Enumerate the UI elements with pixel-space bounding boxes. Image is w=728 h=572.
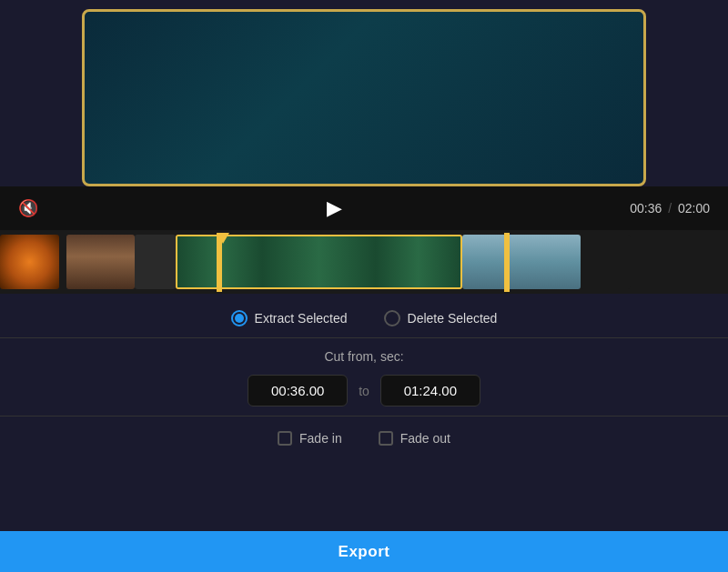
cut-inputs: to <box>248 375 480 406</box>
mute-button[interactable]: 🔇 <box>18 198 38 218</box>
extract-label: Extract Selected <box>255 311 348 326</box>
time-total: 02:00 <box>678 201 710 216</box>
cut-section: Cut from, sec: to <box>0 338 728 416</box>
thumbnail-5 <box>581 235 631 289</box>
delete-selected-option[interactable]: Delete Selected <box>384 310 498 326</box>
extract-selected-option[interactable]: Extract Selected <box>231 310 348 326</box>
radio-options: Extract Selected Delete Selected <box>0 294 728 337</box>
delete-radio[interactable] <box>384 310 400 326</box>
fade-in-checkbox[interactable] <box>278 431 292 446</box>
fade-in-option[interactable]: Fade in <box>278 431 342 446</box>
export-button[interactable]: Export <box>0 531 728 572</box>
cut-label: Cut from, sec: <box>324 349 403 364</box>
to-label: to <box>359 384 369 398</box>
time-current: 00:36 <box>630 201 662 216</box>
fade-out-label: Fade out <box>400 431 450 446</box>
controls-bar: 🔇 ▶ 00:36 / 02:00 <box>0 186 728 230</box>
time-separator: / <box>668 201 672 216</box>
extract-radio[interactable] <box>231 310 248 326</box>
timeline[interactable] <box>0 230 728 294</box>
play-button[interactable]: ▶ <box>327 196 342 220</box>
time-display: 00:36 / 02:00 <box>630 201 710 216</box>
fade-out-option[interactable]: Fade out <box>379 431 450 446</box>
cut-from-input[interactable] <box>248 375 348 406</box>
cut-to-input[interactable] <box>380 375 480 406</box>
play-icon: ▶ <box>327 196 342 219</box>
fade-in-label: Fade in <box>299 431 342 446</box>
playhead-marker <box>217 233 229 244</box>
fade-out-checkbox[interactable] <box>379 431 393 446</box>
mute-icon: 🔇 <box>18 199 38 217</box>
video-preview <box>82 9 646 186</box>
thumbnail-2 <box>66 235 135 289</box>
gap-1 <box>59 235 66 289</box>
timeline-handle-right[interactable] <box>504 233 510 292</box>
fade-section: Fade in Fade out <box>0 416 728 457</box>
thumbnail-3 <box>135 235 176 289</box>
thumbnail-4 <box>462 235 581 289</box>
delete-label: Delete Selected <box>408 311 498 326</box>
thumbnail-1 <box>0 235 59 289</box>
timeline-track <box>0 233 728 292</box>
